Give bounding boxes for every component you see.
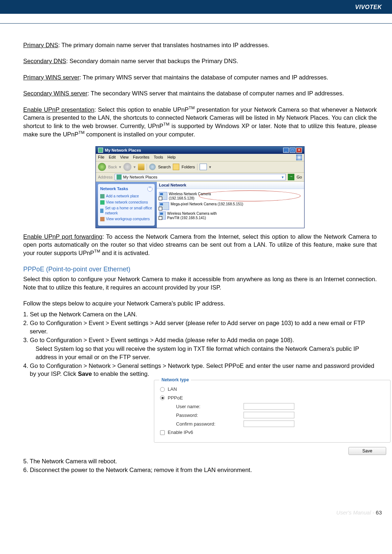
network-item-2-label: Mega-pixel Network Camera (192.168.5.151… [171, 202, 243, 206]
minimize-button[interactable]: _ [283, 148, 289, 153]
lan-radio[interactable] [160, 387, 165, 392]
my-network-places-window: My Network Places _ □ × File Edit View F… [95, 146, 305, 228]
step-2: 2. Go to Configuration > Event > Event s… [23, 319, 377, 335]
lan-label: LAN [168, 386, 177, 393]
user-label: User name: [176, 403, 220, 410]
primary-wins-text: : The primary WINS server that maintains… [79, 74, 328, 81]
pppoe-heading: PPPoE (Point-to-point over Ethernet) [23, 265, 377, 274]
secondary-wins-term: Secondary WINS server [23, 90, 87, 97]
window-titlebar: My Network Places _ □ × [96, 147, 304, 154]
address-value: My Network Places [123, 175, 157, 180]
pppoe-radio[interactable] [160, 395, 165, 400]
address-bar: Address My Network Places ▾ → Go [96, 173, 304, 182]
collapse-icon[interactable]: ˄ [147, 186, 152, 192]
menu-tools[interactable]: Tools [154, 155, 163, 160]
secondary-dns-para: Secondary DNS: Secondary domain name ser… [23, 57, 377, 65]
network-type-legend: Network type [159, 377, 191, 383]
primary-wins-para: Primary WINS server: The primary WINS se… [23, 73, 377, 81]
step-4b: to enable the setting. [92, 370, 149, 377]
menu-file[interactable]: File [98, 155, 105, 160]
sidebar-link-view-conn[interactable]: View network connections [100, 200, 152, 205]
upnp-present-para: Enable UPnP presentation: Select this op… [23, 105, 377, 138]
upnp-present-a: : Select this option to enable UPnP [94, 106, 189, 113]
folders-label[interactable]: Folders [181, 164, 195, 170]
tm-sup-4: TM [94, 249, 100, 253]
search-icon[interactable] [149, 164, 156, 170]
lan-row: LAN [160, 386, 384, 393]
confirm-input[interactable] [244, 420, 294, 427]
header-band: VIVOTEK [0, 0, 392, 14]
sidebar-link-add-place-text: Add a network place [106, 194, 139, 199]
back-label: Back [108, 164, 117, 170]
upnp-port-para: Enable UPnP port forwarding: To access t… [23, 233, 377, 257]
menu-view[interactable]: View [120, 155, 129, 160]
user-input[interactable] [244, 403, 294, 410]
maximize-button[interactable]: □ [290, 148, 295, 153]
brand-label: VIVOTEK [355, 3, 382, 11]
callout-oval [199, 190, 301, 201]
ipv6-checkbox[interactable] [160, 430, 165, 435]
upnp-port-term: Enable UPnP port forwarding [23, 233, 102, 240]
primary-dns-para: Primary DNS: The primary domain name ser… [23, 41, 377, 49]
view-conn-icon [100, 200, 105, 205]
forward-button[interactable] [123, 163, 131, 171]
network-items: Wireless Network Camera (192.168.5.128) … [157, 189, 304, 223]
footer-label: User's Manual - [336, 509, 376, 516]
tm-sup-2: TM [163, 122, 170, 126]
sidebar-link-view-conn-text: View network connections [106, 200, 148, 205]
camera-icon [159, 202, 169, 210]
go-label: Go [297, 175, 302, 180]
pass-input[interactable] [244, 412, 294, 418]
add-place-icon [100, 194, 105, 198]
step-4-save: Save [78, 370, 92, 377]
local-network-header: Local Network [157, 182, 304, 189]
network-type-fieldset: Network type LAN PPPoE User name: Passwo… [154, 380, 391, 443]
folders-icon[interactable] [173, 164, 179, 170]
tm-sup-1: TM [189, 106, 195, 110]
page-footer: User's Manual - 63 [0, 509, 392, 523]
step-4a: 4. Go to Configuration > Network > Gener… [23, 362, 374, 377]
step-3b: Select System log so that you will recei… [23, 345, 377, 361]
search-label[interactable]: Search [158, 164, 171, 170]
confirm-label: Confirm password: [176, 421, 220, 427]
secondary-wins-text: : The secondary WINS server that maintai… [87, 90, 344, 97]
upnp-port-b: and it is activated. [100, 250, 150, 256]
camera-icon [159, 192, 167, 200]
menu-edit[interactable]: Edit [109, 155, 116, 160]
sidebar-link-setup-net[interactable]: Set up a home or small office network [100, 206, 152, 216]
go-button[interactable]: → [288, 174, 294, 180]
secondary-dns-term: Secondary DNS [23, 58, 66, 64]
upnp-present-term: Enable UPnP presentation [23, 106, 94, 113]
network-item-3[interactable]: Wireless Network Camera with Pan/Tilt (1… [159, 212, 224, 220]
window-title-icon [98, 148, 103, 153]
setup-net-icon [100, 209, 103, 213]
window-controls: _ □ × [283, 148, 302, 153]
views-icon[interactable] [200, 164, 207, 170]
window-menubar: File Edit View Favorites Tools Help [96, 154, 304, 161]
up-folder-icon[interactable] [138, 164, 144, 170]
sidebar-link-workgroup[interactable]: View workgroup computers [100, 217, 152, 222]
network-item-2[interactable]: Mega-pixel Network Camera (192.168.5.151… [159, 202, 243, 210]
camera-icon [159, 212, 166, 219]
menu-favorites[interactable]: Favorites [133, 155, 149, 160]
close-button[interactable]: × [296, 148, 302, 153]
pppoe-follow: Follow the steps below to acquire your N… [23, 299, 377, 307]
window-body: Network Tasks ˄ Add a network place View… [96, 182, 304, 227]
primary-dns-term: Primary DNS [23, 42, 58, 48]
sidebar-link-add-place[interactable]: Add a network place [100, 194, 152, 199]
page-content: Primary DNS: The primary domain name ser… [0, 24, 392, 484]
window-main-pane: Local Network Wireless Network Camera (1… [157, 182, 304, 227]
back-button[interactable] [98, 163, 106, 171]
sidebar-link-workgroup-text: View workgroup computers [106, 217, 150, 222]
tm-sup-3: TM [78, 130, 85, 135]
address-input[interactable]: My Network Places ▾ [115, 174, 286, 180]
address-label: Address [98, 175, 113, 180]
network-tasks-title-text: Network Tasks [100, 186, 128, 192]
menu-help[interactable]: Help [167, 155, 176, 160]
sidebar-link-setup-net-text: Set up a home or small office network [105, 206, 152, 216]
window-toolbar: Back ▾ ▾ Search Folders ▾ [96, 161, 304, 173]
save-button[interactable]: Save [348, 447, 386, 455]
pass-label: Password: [176, 412, 220, 419]
pppoe-label: PPPoE [168, 395, 183, 401]
step-3: 3. Go to Configuration > Event > Event s… [23, 336, 377, 344]
